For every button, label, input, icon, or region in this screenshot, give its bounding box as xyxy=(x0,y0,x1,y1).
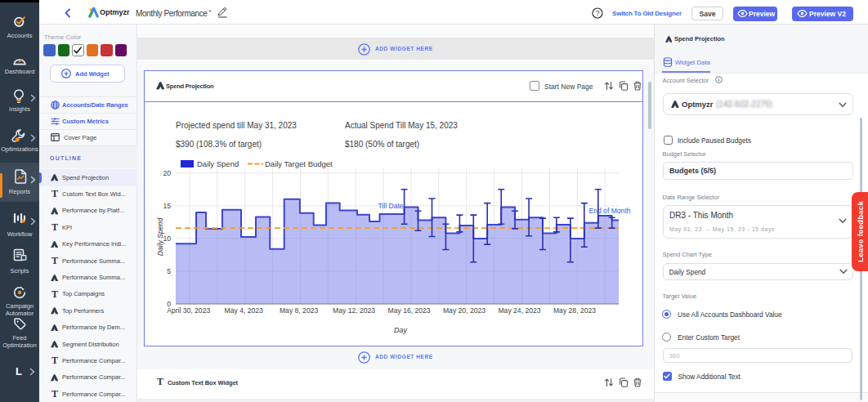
svg-text:May 20, 2023: May 20, 2023 xyxy=(443,306,485,315)
svg-text:Daily Spend: Daily Spend xyxy=(156,218,164,257)
svg-text:15: 15 xyxy=(163,202,171,210)
svg-text:?: ? xyxy=(596,9,600,17)
svg-text:April 30, 2023: April 30, 2023 xyxy=(167,306,210,315)
svg-text:Till Date: Till Date xyxy=(378,202,403,210)
svg-text:May 28, 2023: May 28, 2023 xyxy=(553,306,596,315)
svg-text:May 8, 2023: May 8, 2023 xyxy=(280,306,319,315)
svg-text:0: 0 xyxy=(167,300,171,308)
svg-text:May 24, 2023: May 24, 2023 xyxy=(498,306,540,315)
svg-text:May 16, 2023: May 16, 2023 xyxy=(388,306,431,315)
svg-text:May 12, 2023: May 12, 2023 xyxy=(333,306,375,315)
svg-text:May 4, 2023: May 4, 2023 xyxy=(225,306,264,315)
svg-text:Daily Target Budget: Daily Target Budget xyxy=(265,159,333,168)
svg-text:20: 20 xyxy=(163,169,171,177)
svg-text:Daily Spend: Daily Spend xyxy=(197,159,239,168)
svg-text:End of Month: End of Month xyxy=(588,207,630,215)
svg-text:5: 5 xyxy=(167,267,171,275)
svg-text:Day: Day xyxy=(394,326,408,334)
